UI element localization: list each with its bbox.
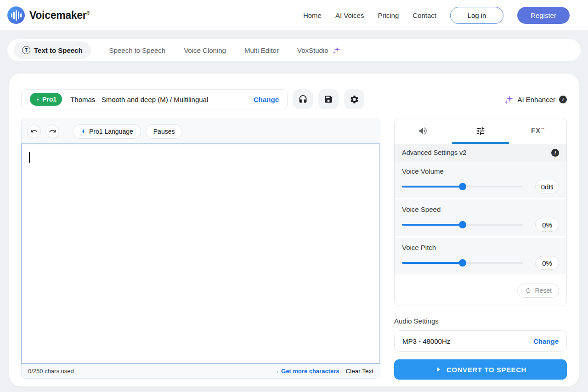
navbar: Voicemaker® Home AI Voices Pricing Conta… [0, 0, 588, 30]
change-audio-settings-link[interactable]: Change [533, 337, 559, 345]
audio-format-value: MP3 - 48000Hz [402, 337, 450, 345]
login-button[interactable]: Log in [450, 7, 503, 24]
reset-button[interactable]: Reset [517, 284, 559, 298]
voice-selector[interactable]: Pro1 Thomas - Smooth and deep (M) / Mult… [21, 89, 288, 109]
redo-button[interactable] [45, 125, 59, 138]
tab-multi-editor[interactable]: Multi Editor [244, 46, 279, 54]
register-button[interactable]: Register [517, 7, 570, 24]
tab-speech-to-speech[interactable]: Speech to Speech [109, 46, 166, 54]
voice-volume-slider-thumb[interactable] [459, 183, 466, 190]
convert-to-speech-label: CONVERT TO SPEECH [447, 366, 526, 374]
speaker-icon [418, 126, 428, 136]
brand-name: Voicemaker® [29, 9, 90, 22]
tab-label: Speech to Speech [109, 46, 166, 54]
settings-tabs: FX™ [395, 118, 566, 144]
settings-button[interactable] [344, 89, 364, 109]
undo-icon [30, 127, 38, 135]
redo-icon [49, 127, 57, 135]
voice-name: Thomas - Smooth and deep (M) / Multiling… [70, 96, 208, 103]
text-input[interactable] [21, 143, 380, 364]
editor-footer: 0/250 chars used →Get more characters Cl… [21, 364, 380, 379]
chars-used-counter: 0/250 chars used [28, 368, 74, 375]
tab-voice-volume-presets[interactable] [395, 118, 452, 144]
tab-advanced-settings[interactable] [452, 118, 509, 144]
tab-label: Voice Cloning [184, 46, 226, 54]
voice-pitch-slider[interactable] [402, 262, 523, 264]
voice-pitch-label: Voice Pitch [402, 244, 559, 251]
ai-enhancer-label: AI Enhancer [517, 96, 555, 103]
pro1-language-button[interactable]: Pro1 Language [73, 124, 141, 139]
tune-sliders-icon [475, 126, 486, 136]
voice-speed-slider[interactable] [402, 224, 523, 226]
audio-settings-box: MP3 - 48000Hz Change [394, 330, 567, 352]
convert-to-speech-button[interactable]: CONVERT TO SPEECH [394, 359, 567, 380]
nav-link-home[interactable]: Home [303, 11, 322, 19]
lightning-bolt-icon [80, 128, 86, 135]
voice-pitch-section: Voice Pitch 0% [395, 238, 566, 274]
reset-row: Reset [395, 276, 566, 305]
registered-mark: ® [86, 11, 90, 16]
tab-label: Text to Speech [34, 46, 83, 54]
advanced-settings-title: Advanced Settings v2 [402, 149, 466, 156]
audio-settings-label: Audio Settings [394, 317, 439, 325]
voice-volume-label: Voice Volume [402, 167, 559, 175]
nav-link-pricing[interactable]: Pricing [378, 11, 399, 19]
main-card: Pro1 Thomas - Smooth and deep (M) / Mult… [9, 74, 579, 386]
ai-enhancer-toggle[interactable]: AI Enhancer i [504, 89, 567, 109]
slider-fill [402, 262, 463, 264]
right-arrow-icon: → [273, 368, 279, 375]
pro1-badge-label: Pro1 [42, 96, 57, 103]
play-icon [435, 366, 442, 373]
page: Voicemaker® Home AI Voices Pricing Conta… [0, 0, 588, 392]
tab-voice-cloning[interactable]: Voice Cloning [184, 46, 226, 54]
gear-icon [350, 95, 359, 104]
feature-tabstrip: T Text to Speech Speech to Speech Voice … [7, 39, 581, 61]
voicemaker-waveform-icon [7, 6, 25, 24]
advanced-settings-info-icon[interactable]: i [551, 149, 559, 157]
sparkles-icon [332, 46, 340, 54]
pro1-language-label: Pro1 Language [89, 128, 133, 135]
slider-fill [402, 224, 463, 226]
reset-label: Reset [535, 287, 552, 294]
toolbar-divider [66, 119, 66, 144]
save-button[interactable] [318, 89, 339, 109]
voice-volume-section: Voice Volume 0dB [395, 161, 566, 198]
nav-links: Home AI Voices Pricing Contact Log in Re… [303, 7, 570, 24]
text-caret [29, 152, 30, 163]
active-tab-underline [452, 142, 509, 144]
lightning-bolt-icon [35, 97, 40, 102]
preview-audio-button[interactable] [293, 89, 313, 109]
get-more-characters-link[interactable]: →Get more characters [273, 368, 339, 375]
advanced-settings-header: Advanced Settings v2 i [395, 144, 566, 161]
undo-button[interactable] [27, 125, 41, 138]
voice-pitch-slider-thumb[interactable] [459, 259, 466, 267]
pro1-badge: Pro1 [30, 93, 62, 106]
tab-voxstudio[interactable]: VoxStudio [297, 46, 340, 54]
tab-text-to-speech[interactable]: T Text to Speech [14, 41, 91, 59]
ai-enhancer-info-icon[interactable]: i [559, 96, 567, 103]
save-icon [324, 95, 333, 104]
voice-speed-label: Voice Speed [402, 205, 559, 213]
tab-fx[interactable]: FX™ [509, 118, 566, 144]
voice-volume-slider[interactable] [402, 186, 523, 187]
voice-speed-section: Voice Speed 0% [395, 199, 566, 236]
refresh-icon [525, 287, 531, 294]
nav-link-ai-voices[interactable]: AI Voices [335, 11, 364, 19]
tab-label: VoxStudio [297, 46, 328, 54]
headphones-icon [298, 95, 308, 104]
voice-pitch-value: 0% [535, 256, 559, 270]
brand-logo[interactable]: Voicemaker® [7, 6, 90, 24]
clear-text-button[interactable]: Clear Text [345, 368, 373, 375]
change-voice-link[interactable]: Change [254, 96, 279, 103]
nav-link-contact[interactable]: Contact [413, 11, 436, 19]
fx-tab-label: FX™ [531, 127, 544, 135]
voice-volume-value: 0dB [535, 180, 559, 193]
advanced-settings-panel: FX™ Advanced Settings v2 i Voice Volume … [394, 118, 567, 306]
sparkles-icon [504, 95, 514, 104]
voice-speed-value: 0% [535, 218, 559, 232]
pauses-button[interactable]: Pauses [146, 124, 183, 139]
voice-speed-slider-thumb[interactable] [459, 221, 466, 228]
get-more-characters-label: Get more characters [281, 368, 339, 375]
text-editor: Pro1 Language Pauses 0/250 chars used →G… [21, 119, 380, 379]
editor-toolbar: Pro1 Language Pauses [21, 119, 380, 143]
